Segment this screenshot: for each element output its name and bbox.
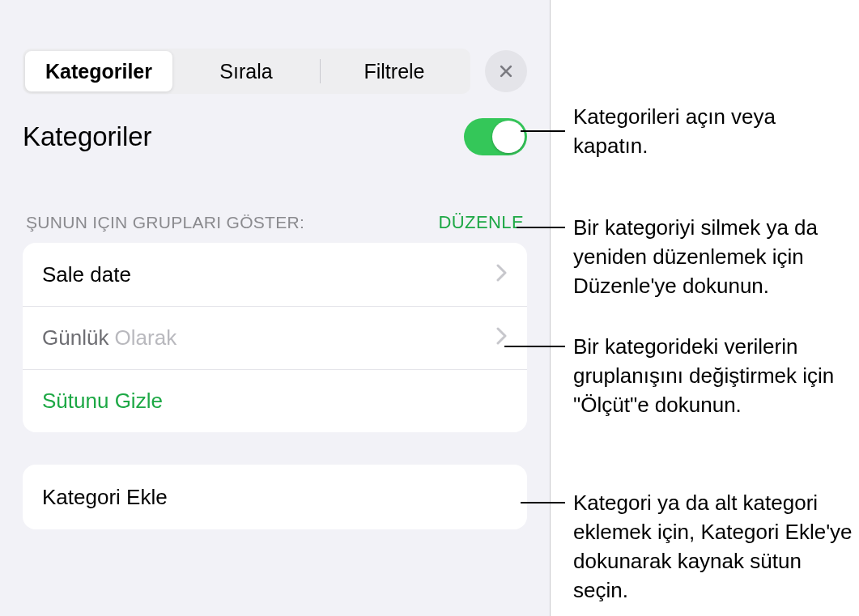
- row-label: Kategori Ekle: [42, 485, 168, 510]
- category-settings-group: Sale date Günlük Olarak Sütunu Gizle: [23, 243, 527, 432]
- toggle-knob: [492, 121, 525, 153]
- callout-grouping: Bir kategorideki verilerin gruplanışını …: [573, 333, 848, 420]
- row-add-category[interactable]: Kategori Ekle: [23, 465, 527, 529]
- callout-leader-line: [504, 346, 565, 347]
- chevron-right-icon: [496, 262, 508, 287]
- callout-text: Bir kategoriyi silmek ya da yeniden düze…: [573, 215, 818, 298]
- row-grouping-by[interactable]: Günlük Olarak: [23, 306, 527, 369]
- callout-edit: Bir kategoriyi silmek ya da yeniden düze…: [573, 214, 848, 301]
- row-label: Sale date: [42, 262, 131, 287]
- section-label: ŞUNUN IÇIN GRUPLARI GÖSTER:: [26, 213, 304, 232]
- row-label: Sütunu Gizle: [42, 389, 163, 414]
- callout-text: Kategori ya da alt kategori eklemek için…: [573, 491, 853, 602]
- section-header: ŞUNUN IÇIN GRUPLARI GÖSTER: DÜZENLE: [0, 155, 550, 243]
- close-button[interactable]: [485, 50, 527, 92]
- callout-leader-line: [521, 502, 565, 503]
- close-icon: [498, 63, 514, 79]
- tab-label: Kategoriler: [45, 60, 152, 83]
- callout-text: Bir kategorideki verilerin gruplanışını …: [573, 334, 834, 417]
- callout-toggle: Kategorileri açın veya kapatın.: [573, 103, 840, 161]
- callout-leader-line: [521, 130, 565, 132]
- row-label: Günlük Olarak: [42, 325, 176, 350]
- tab-categories[interactable]: Kategoriler: [25, 51, 172, 91]
- tab-label: Sırala: [219, 60, 272, 83]
- row-hide-column[interactable]: Sütunu Gizle: [23, 369, 527, 432]
- callout-text: Kategorileri açın veya kapatın.: [573, 104, 776, 158]
- categories-toggle[interactable]: [464, 118, 527, 155]
- tab-label: Filtrele: [364, 60, 424, 83]
- callout-leader-line: [517, 227, 565, 228]
- tab-sort[interactable]: Sırala: [172, 51, 320, 91]
- tab-filter[interactable]: Filtrele: [321, 51, 468, 91]
- row-sale-date[interactable]: Sale date: [23, 243, 527, 306]
- toolbar: Kategoriler Sırala Filtrele: [0, 0, 550, 94]
- callout-add-category: Kategori ya da alt kategori eklemek için…: [573, 489, 853, 605]
- title-row: Kategoriler: [0, 94, 550, 155]
- segmented-control: Kategoriler Sırala Filtrele: [23, 49, 470, 94]
- panel-title: Kategoriler: [23, 121, 152, 152]
- add-category-group: Kategori Ekle: [23, 465, 527, 529]
- categories-panel: Kategoriler Sırala Filtrele Kategoriler …: [0, 0, 551, 616]
- edit-button[interactable]: DÜZENLE: [439, 212, 525, 233]
